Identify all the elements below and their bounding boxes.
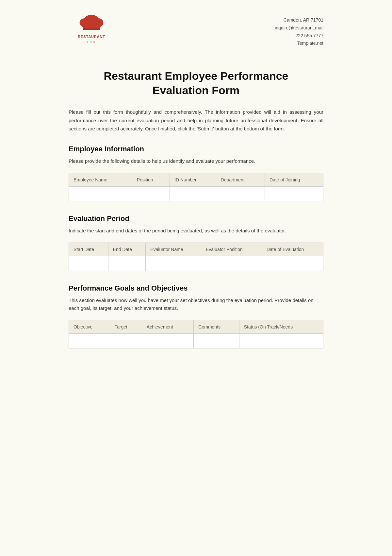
achievement-cell[interactable] [142,333,194,348]
evaluation-period-table: Start Date End Date Evaluator Name Evalu… [69,243,323,271]
evaluation-period-row [69,256,323,271]
evaluation-period-desc: Indicate the start and end dates of the … [69,227,323,235]
performance-goals-section: Performance Goals and Objectives This se… [69,284,323,348]
evaluator-name-header: Evaluator Name [146,243,201,256]
contact-website: Template.net [275,40,323,47]
restaurant-logo: RESTAURANT · I N C · [69,13,114,49]
date-of-evaluation-cell[interactable] [262,256,323,271]
id-number-cell[interactable] [170,186,216,201]
status-cell[interactable] [239,333,323,348]
id-number-header: ID Number [170,173,216,186]
position-cell[interactable] [132,186,170,201]
contact-phone: 222 555 7777 [275,32,323,40]
performance-goals-table: Objective Target Achievement Comments St… [69,320,323,348]
date-of-joining-header: Date of Joining [265,173,323,186]
department-header: Department [216,173,265,186]
start-date-header: Start Date [69,243,108,256]
evaluation-period-title: Evaluation Period [69,214,323,223]
position-header: Position [132,173,170,186]
employee-name-header: Employee Name [69,173,132,186]
department-cell[interactable] [216,186,265,201]
svg-text:RESTAURANT: RESTAURANT [78,35,105,39]
performance-goals-title: Performance Goals and Objectives [69,284,323,293]
comments-header: Comments [194,320,239,333]
contact-info: Camden, AR 71701 inquire@restaurant.mail… [275,16,323,47]
page-title: Restaurant Employee Performance Evaluati… [69,69,323,97]
svg-text:· I N C ·: · I N C · [85,41,98,43]
evaluation-period-section: Evaluation Period Indicate the start and… [69,214,323,271]
svg-rect-4 [83,28,100,30]
employee-info-table: Employee Name Position ID Number Departm… [69,173,323,201]
end-date-header: End Date [108,243,146,256]
objective-cell[interactable] [69,333,110,348]
employee-info-row [69,186,323,201]
evaluator-name-cell[interactable] [146,256,201,271]
comments-cell[interactable] [194,333,239,348]
start-date-cell[interactable] [69,256,108,271]
employee-info-desc: Please provide the following details to … [69,157,323,165]
intro-text: Please fill out this form thoughtfully a… [69,108,323,133]
employee-info-title: Employee Information [69,145,323,153]
objective-header: Objective [69,320,110,333]
contact-address: Camden, AR 71701 [275,16,323,24]
evaluator-position-header: Evaluator Position [201,243,262,256]
date-of-evaluation-header: Date of Evaluation [262,243,323,256]
employee-info-section: Employee Information Please provide the … [69,145,323,201]
contact-email: inquire@restaurant.mail [275,24,323,32]
performance-goals-desc: This section evaluates how well you have… [69,296,323,312]
svg-rect-3 [83,25,100,28]
target-cell[interactable] [110,333,142,348]
target-header: Target [110,320,142,333]
status-header: Status (On Track/Needs [239,320,323,333]
date-of-joining-cell[interactable] [265,186,323,201]
achievement-header: Achievement [142,320,194,333]
employee-name-cell[interactable] [69,186,132,201]
page-header: RESTAURANT · I N C · Camden, AR 71701 in… [69,13,323,49]
performance-goals-row [69,333,323,348]
end-date-cell[interactable] [108,256,146,271]
logo-area: RESTAURANT · I N C · [69,13,114,49]
evaluator-position-cell[interactable] [201,256,262,271]
